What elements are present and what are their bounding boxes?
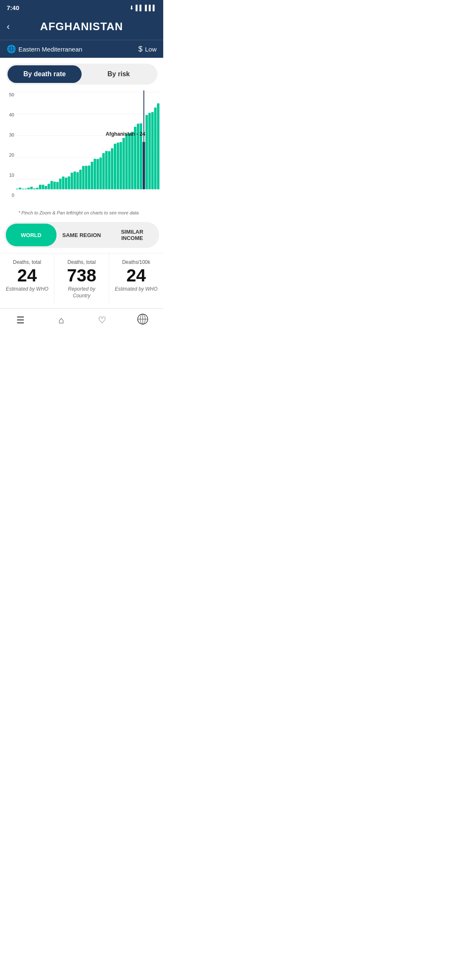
header: ‹ AFGHANISTAN (0, 15, 163, 40)
y-label-50: 50 (9, 92, 14, 97)
svg-rect-46 (131, 132, 134, 189)
svg-rect-42 (120, 142, 122, 189)
svg-rect-44 (125, 134, 128, 189)
svg-rect-36 (102, 153, 105, 189)
svg-rect-13 (36, 188, 39, 189)
y-label-0: 0 (12, 193, 14, 198)
svg-rect-26 (74, 172, 76, 189)
deaths-total-label: Deaths, total (4, 259, 50, 265)
svg-rect-35 (100, 157, 102, 189)
svg-rect-19 (53, 182, 56, 189)
who-icon (137, 314, 148, 327)
svg-rect-14 (39, 185, 41, 189)
svg-rect-12 (33, 188, 36, 189)
svg-rect-34 (97, 159, 99, 189)
svg-rect-32 (91, 162, 93, 189)
svg-rect-16 (45, 186, 47, 189)
svg-rect-24 (68, 176, 70, 189)
nav-home[interactable]: ⌂ (41, 312, 82, 328)
svg-rect-29 (82, 166, 85, 189)
stat-sub-est-who-2: Estimated by WHO (113, 286, 159, 293)
chart-hint: * Pinch to Zoom & Pan left/right on char… (3, 208, 160, 217)
who-logo-icon (137, 314, 148, 325)
svg-rect-11 (30, 187, 33, 189)
svg-rect-45 (128, 134, 131, 189)
svg-rect-33 (94, 159, 96, 189)
svg-rect-27 (76, 172, 79, 189)
stat-block-per100k: Deaths/100k 24 Estimated by WHO (109, 253, 163, 303)
svg-rect-53 (151, 112, 154, 189)
stats-section: Deaths, total 24 Estimated by WHO Deaths… (0, 253, 163, 303)
svg-rect-22 (62, 177, 64, 189)
svg-rect-31 (88, 165, 90, 189)
world-tab[interactable]: WORLD (6, 224, 56, 246)
status-bar: 7:40 ⬇ ▌▌ ▌▌▌ (0, 0, 163, 15)
svg-rect-23 (65, 178, 67, 189)
by-death-rate-button[interactable]: By death rate (8, 65, 82, 83)
nav-favorites[interactable]: ♡ (82, 312, 123, 328)
svg-rect-37 (105, 151, 108, 189)
by-risk-button[interactable]: By risk (82, 65, 156, 83)
stat-value-24-100k: 24 (113, 267, 159, 284)
svg-rect-6 (16, 189, 18, 189)
same-region-tab[interactable]: SAME REGION (56, 224, 107, 246)
region-label: Eastern Mediterranean (18, 46, 82, 53)
svg-rect-9 (25, 189, 27, 189)
bottom-nav: ☰ ⌂ ♡ (0, 308, 163, 330)
deaths-100k-label: Deaths/100k (113, 259, 159, 265)
y-label-30: 30 (9, 132, 14, 137)
svg-rect-25 (71, 173, 73, 189)
nav-menu[interactable]: ☰ (0, 312, 41, 328)
svg-rect-54 (154, 108, 157, 189)
view-toggle: By death rate By risk (6, 64, 157, 85)
svg-rect-15 (42, 185, 44, 189)
stat-block-reported: Deaths, total 738 Reported by Country (54, 253, 109, 303)
y-label-20: 20 (9, 152, 14, 157)
comparison-tabs: WORLD SAME REGION SIMILAR INCOME (4, 222, 159, 248)
heart-icon: ♡ (98, 315, 106, 326)
svg-rect-30 (85, 166, 87, 189)
chart-wrapper: 50 40 30 20 10 0 Afg (0, 90, 163, 217)
download-icon: ⬇ (129, 5, 134, 11)
svg-rect-43 (123, 138, 125, 189)
svg-rect-17 (48, 184, 50, 189)
svg-rect-51 (146, 115, 148, 189)
svg-rect-7 (19, 188, 21, 189)
svg-rect-38 (108, 151, 110, 189)
nav-who[interactable] (123, 312, 164, 328)
dollar-icon: $ (138, 45, 142, 54)
back-button[interactable]: ‹ (7, 21, 10, 32)
svg-rect-41 (117, 143, 119, 189)
income-label: Low (145, 46, 157, 53)
stat-sub-est-who: Estimated by WHO (4, 286, 50, 293)
menu-icon: ☰ (16, 315, 25, 326)
globe-icon: 🌐 (7, 44, 16, 54)
y-label-10: 10 (9, 173, 14, 178)
region-item: 🌐 Eastern Mediterranean (7, 44, 135, 54)
page-title: AFGHANISTAN (40, 20, 123, 33)
svg-text:Afghanistan - 24: Afghanistan - 24 (106, 131, 146, 137)
svg-rect-20 (56, 182, 59, 189)
sub-header: 🌐 Eastern Mediterranean $ Low (0, 40, 163, 58)
svg-rect-28 (79, 170, 82, 189)
status-time: 7:40 (7, 4, 19, 11)
home-icon: ⌂ (59, 315, 64, 326)
wifi-icon: ▌▌ (136, 5, 143, 11)
status-icons: ⬇ ▌▌ ▌▌▌ (129, 5, 157, 11)
svg-rect-21 (59, 179, 62, 189)
signal-icon: ▌▌▌ (145, 5, 157, 11)
stat-value-738: 738 (59, 267, 104, 284)
svg-rect-10 (28, 188, 30, 189)
deaths-total-label-2: Deaths, total (59, 259, 104, 265)
svg-rect-52 (148, 113, 151, 189)
y-label-40: 40 (9, 112, 14, 117)
stat-block-estimated: Deaths, total 24 Estimated by WHO (0, 253, 54, 303)
svg-rect-39 (111, 148, 113, 189)
similar-income-tab[interactable]: SIMILAR INCOME (107, 224, 157, 246)
chart-area[interactable]: Afghanistan - 24 (16, 90, 160, 208)
svg-rect-8 (22, 189, 24, 189)
stat-value-24-est: 24 (4, 267, 50, 284)
stat-sub-reported: Reported by Country (59, 286, 104, 299)
svg-rect-55 (157, 103, 159, 189)
bar-chart: Afghanistan - 24 (16, 90, 160, 199)
